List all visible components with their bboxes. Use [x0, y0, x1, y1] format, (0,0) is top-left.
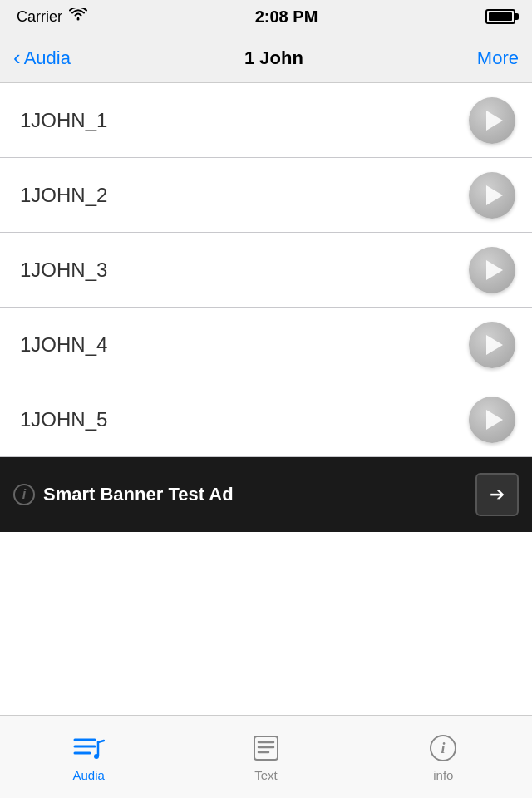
- battery-fill: [489, 12, 512, 21]
- play-button[interactable]: [469, 172, 515, 219]
- track-label: 1JOHN_1: [20, 109, 107, 132]
- text-icon: [248, 732, 284, 765]
- back-label: Audia: [24, 47, 71, 69]
- info-icon: i: [425, 732, 461, 765]
- ad-text: Smart Banner Test Ad: [43, 484, 234, 505]
- play-button[interactable]: [469, 322, 515, 368]
- svg-line-5: [98, 741, 104, 742]
- status-left: Carrier: [17, 8, 87, 26]
- track-list: 1JOHN_1 1JOHN_2 1JOHN_3 1JOHN_4 1JOHN_5: [0, 83, 532, 457]
- audia-icon: [71, 732, 107, 765]
- play-button[interactable]: [469, 247, 515, 293]
- tab-text-label: Text: [254, 768, 278, 782]
- list-item[interactable]: 1JOHN_4: [0, 308, 532, 382]
- track-label: 1JOHN_4: [20, 333, 107, 357]
- ad-left: i Smart Banner Test Ad: [13, 484, 234, 505]
- back-chevron-icon: ‹: [13, 47, 21, 68]
- ad-banner[interactable]: i Smart Banner Test Ad ➔: [0, 457, 532, 532]
- ad-info-icon: i: [13, 484, 35, 505]
- list-item[interactable]: 1JOHN_2: [0, 158, 532, 233]
- wifi-icon: [69, 8, 87, 26]
- battery-icon: [485, 9, 515, 24]
- tab-info[interactable]: i info: [355, 716, 532, 798]
- tab-bar: Audia Text i info: [0, 715, 532, 798]
- more-button[interactable]: More: [477, 47, 519, 69]
- tab-audia-label: Audia: [72, 768, 104, 782]
- battery-container: [485, 9, 515, 24]
- time-label: 2:08 PM: [255, 7, 318, 27]
- list-item[interactable]: 1JOHN_3: [0, 233, 532, 308]
- nav-bar: ‹ Audia 1 John More: [0, 33, 532, 83]
- status-bar: Carrier 2:08 PM: [0, 0, 532, 33]
- play-button[interactable]: [469, 97, 515, 144]
- track-label: 1JOHN_3: [20, 259, 107, 282]
- svg-text:i: i: [441, 740, 446, 756]
- tab-info-label: info: [433, 768, 453, 782]
- list-item[interactable]: 1JOHN_5: [0, 382, 532, 457]
- play-button[interactable]: [469, 397, 515, 443]
- ad-arrow-icon: ➔: [490, 484, 505, 505]
- play-icon: [486, 335, 503, 355]
- ad-arrow-button[interactable]: ➔: [475, 473, 519, 516]
- play-icon: [486, 410, 503, 430]
- tab-text[interactable]: Text: [177, 716, 354, 798]
- carrier-label: Carrier: [17, 8, 62, 26]
- tab-audia[interactable]: Audia: [0, 716, 177, 798]
- play-icon: [486, 111, 503, 131]
- back-button[interactable]: ‹ Audia: [13, 47, 71, 69]
- track-label: 1JOHN_5: [20, 408, 107, 431]
- nav-title: 1 John: [244, 47, 303, 69]
- play-icon: [486, 185, 503, 205]
- svg-point-6: [94, 754, 99, 759]
- track-label: 1JOHN_2: [20, 184, 107, 207]
- svg-point-0: [77, 17, 80, 20]
- list-item[interactable]: 1JOHN_1: [0, 83, 532, 158]
- play-icon: [486, 260, 503, 280]
